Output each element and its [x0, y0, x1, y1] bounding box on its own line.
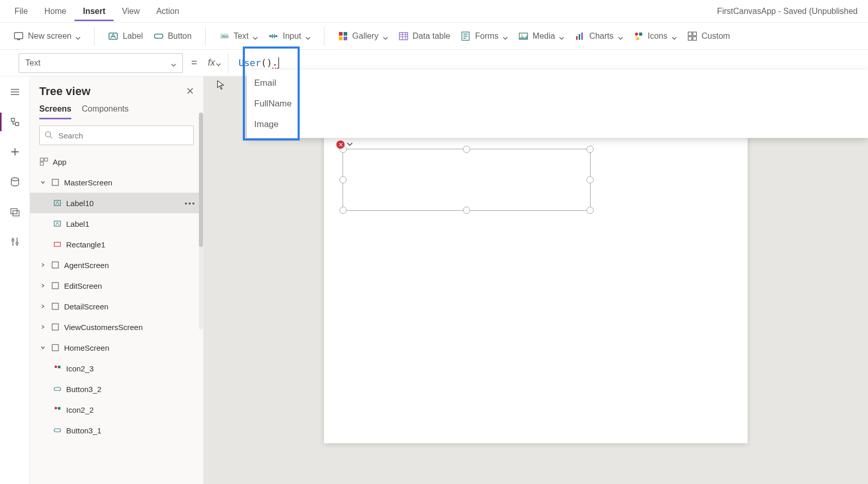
chevron-down-icon [253, 34, 258, 39]
menu-home[interactable]: Home [36, 2, 75, 21]
scrollbar-thumb[interactable] [199, 113, 203, 247]
gallery-button[interactable]: Gallery [333, 28, 393, 44]
tree-node-label1[interactable]: Label1 [30, 213, 203, 234]
tree-node-masterscreen[interactable]: MasterScreen [30, 172, 203, 193]
screen-frame[interactable]: Title of the Screen ✕ [324, 92, 748, 443]
tab-screens[interactable]: Screens [39, 104, 71, 119]
more-button[interactable]: ••• [184, 199, 196, 208]
resize-handle-ne[interactable] [586, 146, 594, 153]
button-icon [153, 31, 164, 41]
rail-media[interactable] [7, 204, 23, 220]
new-screen-label: New screen [28, 32, 71, 41]
svg-rect-26 [11, 209, 17, 214]
resize-handle-n[interactable] [463, 146, 470, 153]
charts-icon [575, 31, 585, 41]
tree-node-rectangle1[interactable]: Rectangle1 [30, 234, 203, 255]
tree-node-editscreen[interactable]: EditScreen [30, 275, 203, 296]
tree-node-label: Button3_2 [66, 385, 101, 394]
gallery-btn-label: Gallery [352, 32, 379, 41]
data-table-button[interactable]: Data table [393, 28, 456, 44]
forms-button[interactable]: Forms [455, 28, 513, 44]
label-btn-label: Label [122, 32, 143, 41]
resize-handle-s[interactable] [463, 207, 470, 214]
input-icon [268, 31, 278, 41]
resize-handle-se[interactable] [586, 207, 594, 214]
resize-handle-e[interactable] [586, 176, 594, 183]
menubar: File Home Insert View Action FirstCanvas… [0, 0, 868, 23]
app-icon [39, 157, 49, 166]
rail-advanced[interactable] [7, 233, 23, 250]
tree-node-agentscreen[interactable]: AgentScreen [30, 255, 203, 275]
charts-button[interactable]: Charts [569, 28, 628, 44]
tab-components[interactable]: Components [82, 104, 129, 119]
svg-rect-47 [58, 407, 60, 410]
svg-rect-40 [52, 303, 58, 309]
tree-node-label10[interactable]: Label10 ••• [30, 193, 203, 213]
property-dropdown[interactable]: Text [19, 53, 183, 73]
rail-data[interactable] [7, 174, 23, 190]
chevron-down-icon [559, 34, 564, 39]
menu-view[interactable]: View [114, 2, 148, 21]
custom-btn-label: Custom [702, 32, 730, 41]
tree-node-label: HomeScreen [64, 344, 110, 352]
button-icon [53, 384, 62, 394]
svg-rect-17 [579, 34, 580, 40]
tree-node-app[interactable]: App [30, 151, 203, 172]
tree-scrollbar[interactable] [199, 113, 203, 330]
resize-handle-sw[interactable] [339, 207, 347, 214]
custom-button[interactable]: Custom [682, 28, 735, 44]
selected-label-control[interactable] [343, 149, 591, 211]
svg-text:Abc: Abc [222, 34, 229, 39]
search-input[interactable] [39, 126, 194, 145]
svg-rect-42 [52, 345, 58, 351]
tree-node-icon2-2[interactable]: Icon2_2 [30, 399, 203, 420]
tree-node-label: App [53, 158, 67, 166]
icons-button[interactable]: Icons [628, 28, 682, 44]
tree-node-label: Button3_1 [66, 426, 101, 435]
rail-insert[interactable] [7, 144, 23, 160]
input-button[interactable]: Input [263, 28, 316, 44]
chevron-down-icon[interactable] [347, 140, 353, 149]
media-button[interactable]: Media [513, 28, 570, 44]
tree-node-button3-1[interactable]: Button3_1 [30, 420, 203, 441]
intellisense-dropdown: Email FullName Image [247, 70, 868, 138]
suggestion-email[interactable]: Email [247, 73, 868, 93]
rail-tree-view[interactable] [7, 114, 23, 130]
ribbon-separator [94, 27, 95, 45]
suggestion-image[interactable]: Image [247, 114, 868, 135]
tree-node-icon2-3[interactable]: Icon2_3 [30, 358, 203, 379]
menu-action[interactable]: Action [148, 2, 187, 21]
gallery-icon [338, 31, 348, 41]
tree-list[interactable]: App MasterScreen Label10 ••• Label1 Rect… [30, 151, 203, 484]
label-icon [108, 31, 118, 41]
fx-button[interactable]: fx [206, 53, 228, 73]
new-screen-button[interactable]: New screen [8, 28, 86, 44]
error-badge-icon[interactable]: ✕ [336, 140, 345, 149]
chevron-down-icon [503, 34, 508, 39]
resize-handle-w[interactable] [339, 176, 347, 183]
suggestion-fullname[interactable]: FullName [247, 93, 868, 114]
tree-node-button3-2[interactable]: Button3_2 [30, 379, 203, 399]
label-button[interactable]: Label [103, 28, 148, 44]
svg-rect-44 [58, 366, 60, 368]
button-button[interactable]: Button [148, 28, 197, 44]
menu-file[interactable]: File [6, 2, 36, 21]
text-button[interactable]: Abc Text [214, 28, 263, 44]
forms-icon [460, 31, 471, 41]
fx-label: fx [208, 57, 215, 68]
svg-rect-41 [52, 324, 58, 330]
svg-point-19 [635, 33, 638, 36]
data-table-btn-label: Data table [413, 32, 451, 41]
icons-btn-label: Icons [648, 32, 668, 41]
tree-node-homescreen[interactable]: HomeScreen [30, 337, 203, 358]
tree-node-detailscreen[interactable]: DetailScreen [30, 296, 203, 317]
button-btn-label: Button [168, 32, 192, 41]
tree-node-viewcustomersscreen[interactable]: ViewCustomersScreen [30, 317, 203, 337]
screen-icon [51, 260, 60, 270]
svg-point-6 [269, 35, 271, 37]
rail-hamburger[interactable] [7, 84, 23, 100]
svg-rect-24 [693, 37, 696, 40]
menu-insert[interactable]: Insert [74, 2, 114, 21]
tree-title: Tree view [39, 85, 90, 98]
tree-close-button[interactable] [187, 86, 194, 97]
